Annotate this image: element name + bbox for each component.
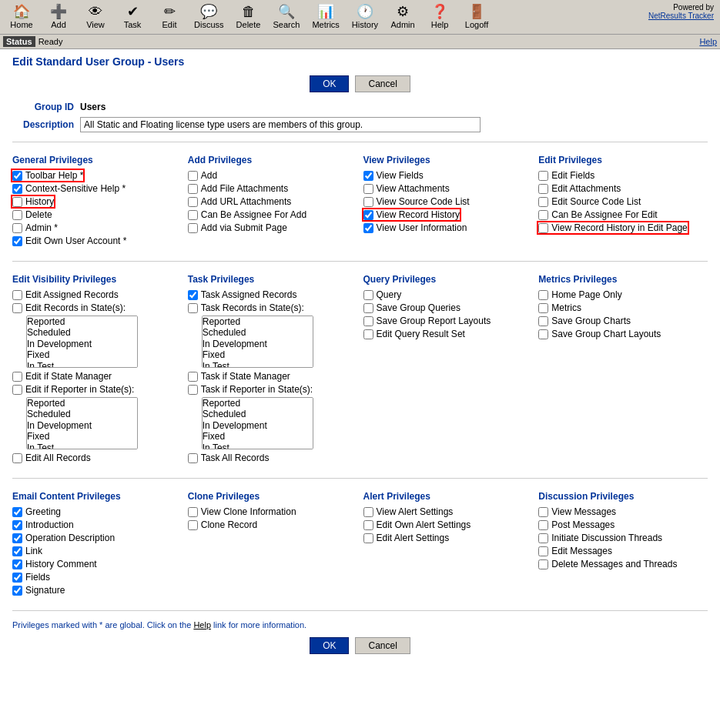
powered-by-link[interactable]: NetResults Tracker — [648, 12, 714, 20]
task-reporter-state-checkbox[interactable] — [188, 385, 198, 395]
description-input[interactable] — [80, 117, 481, 132]
view-messages-label: View Messages — [551, 506, 616, 517]
add-privileges-title: Add Privileges — [188, 155, 357, 165]
post-messages-checkbox[interactable] — [538, 520, 548, 530]
admin-checkbox[interactable] — [12, 223, 22, 233]
nav-view[interactable]: 👁 View — [77, 2, 114, 32]
edit-own-checkbox[interactable] — [12, 236, 22, 246]
introduction-checkbox[interactable] — [12, 520, 22, 530]
save-group-queries-checkbox[interactable] — [363, 303, 373, 313]
add-file-checkbox[interactable] — [188, 184, 198, 194]
task-state-manager-checkbox[interactable] — [188, 372, 198, 382]
context-help-label: Context-Sensitive Help * — [25, 183, 126, 194]
delete-item: Delete — [12, 209, 182, 220]
history-checkbox[interactable] — [12, 197, 22, 207]
nav-help[interactable]: ❓ Help — [421, 2, 458, 32]
nav-search[interactable]: 🔍 Search — [267, 2, 306, 32]
save-group-chart-layouts-checkbox[interactable] — [538, 329, 548, 339]
cancel-button-bottom[interactable]: Cancel — [355, 637, 410, 654]
edit-own-alert-checkbox[interactable] — [363, 520, 373, 530]
ok-button-top[interactable]: OK — [310, 75, 349, 92]
signature-checkbox[interactable] — [12, 586, 22, 596]
assignee-edit-checkbox[interactable] — [538, 210, 548, 220]
nav-logoff[interactable]: 🚪 Logoff — [458, 2, 495, 32]
task-reporter-state-list[interactable]: Reported Scheduled In Development Fixed … — [202, 397, 313, 449]
task-all-checkbox[interactable] — [188, 453, 198, 463]
view-user-info-checkbox[interactable] — [363, 223, 373, 233]
edit-assigned-checkbox[interactable] — [12, 290, 22, 300]
view-record-history-edit-checkbox[interactable] — [538, 223, 548, 233]
view-attachments-checkbox[interactable] — [363, 184, 373, 194]
nav-metrics-label: Metrics — [312, 20, 339, 29]
view-clone-checkbox[interactable] — [188, 507, 198, 517]
nav-task[interactable]: ✔ Task — [114, 2, 151, 32]
delete-messages-checkbox[interactable] — [538, 559, 548, 569]
task-assigned-checkbox[interactable] — [188, 290, 198, 300]
edit-records-state-checkbox[interactable] — [12, 303, 22, 313]
edit-reporter-state-checkbox[interactable] — [12, 385, 22, 395]
task-records-state-list[interactable]: Reported Scheduled In Development Fixed … — [202, 316, 313, 368]
add-checkbox[interactable] — [188, 171, 198, 181]
footer-note: Privileges marked with * are global. Cli… — [12, 620, 708, 629]
edit-records-state-list[interactable]: Reported Scheduled In Development Fixed … — [26, 316, 138, 368]
edit-alert-checkbox[interactable] — [363, 533, 373, 543]
task-records-state-checkbox[interactable] — [188, 303, 198, 313]
operation-desc-checkbox[interactable] — [12, 533, 22, 543]
delete-messages-label: Delete Messages and Threads — [551, 559, 677, 569]
clone-record-label: Clone Record — [201, 519, 257, 530]
edit-source-checkbox[interactable] — [538, 197, 548, 207]
signature-item: Signature — [12, 585, 182, 596]
nav-admin[interactable]: ⚙ Admin — [384, 2, 421, 32]
nav-add[interactable]: ➕ Add — [40, 2, 77, 32]
footer-help-link[interactable]: Help — [193, 620, 211, 629]
context-help-item: Context-Sensitive Help * — [12, 183, 182, 194]
greeting-checkbox[interactable] — [12, 507, 22, 517]
save-group-report-checkbox[interactable] — [363, 316, 373, 326]
edit-fields-checkbox[interactable] — [538, 171, 548, 181]
delete-checkbox[interactable] — [12, 210, 22, 220]
add-submit-checkbox[interactable] — [188, 223, 198, 233]
cancel-button-top[interactable]: Cancel — [355, 75, 410, 92]
context-help-checkbox[interactable] — [12, 184, 22, 194]
metrics-checkbox[interactable] — [538, 303, 548, 313]
view-fields-checkbox[interactable] — [363, 171, 373, 181]
nav-home[interactable]: 🏠 Home — [3, 2, 40, 32]
add-url-checkbox[interactable] — [188, 197, 198, 207]
task-assigned-item: Task Assigned Records — [188, 289, 357, 300]
logoff-icon: 🚪 — [468, 5, 485, 18]
nav-history[interactable]: 🕐 History — [346, 2, 384, 32]
email-privileges-section: Email Content Privileges Greeting Introd… — [12, 488, 182, 601]
assignee-add-checkbox[interactable] — [188, 210, 198, 220]
clone-record-checkbox[interactable] — [188, 520, 198, 530]
nav-discuss[interactable]: 💬 Discuss — [188, 2, 230, 32]
nav-edit[interactable]: ✏ Edit — [151, 2, 188, 32]
nav-metrics[interactable]: 📊 Metrics — [306, 2, 345, 32]
greeting-item: Greeting — [12, 506, 182, 517]
view-alert-checkbox[interactable] — [363, 507, 373, 517]
save-group-charts-checkbox[interactable] — [538, 316, 548, 326]
view-record-history-checkbox[interactable] — [363, 210, 373, 220]
view-record-history-edit-label: View Record History in Edit Page — [551, 222, 688, 233]
edit-messages-checkbox[interactable] — [538, 546, 548, 556]
view-messages-checkbox[interactable] — [538, 507, 548, 517]
toolbar-help-checkbox[interactable] — [12, 171, 22, 181]
task-records-state-label: Task Records in State(s): — [201, 302, 304, 313]
history-comment-checkbox[interactable] — [12, 559, 22, 569]
view-clone-label: View Clone Information — [201, 506, 296, 517]
query-checkbox[interactable] — [363, 290, 373, 300]
metrics-privileges-title: Metrics Privileges — [538, 274, 708, 285]
edit-query-result-checkbox[interactable] — [363, 329, 373, 339]
view-source-checkbox[interactable] — [363, 197, 373, 207]
ok-button-bottom[interactable]: OK — [310, 637, 349, 654]
edit-reporter-state-list[interactable]: Reported Scheduled In Development Fixed … — [26, 397, 138, 449]
nav-delete[interactable]: 🗑 Delete — [230, 2, 267, 32]
link-checkbox[interactable] — [12, 546, 22, 556]
fields-checkbox[interactable] — [12, 573, 22, 583]
status-help-link[interactable]: Help — [699, 37, 717, 46]
edit-attachments-checkbox[interactable] — [538, 184, 548, 194]
initiate-threads-checkbox[interactable] — [538, 533, 548, 543]
history-label: History — [25, 196, 54, 207]
edit-state-manager-checkbox[interactable] — [12, 372, 22, 382]
edit-all-checkbox[interactable] — [12, 453, 22, 463]
home-page-only-checkbox[interactable] — [538, 290, 548, 300]
